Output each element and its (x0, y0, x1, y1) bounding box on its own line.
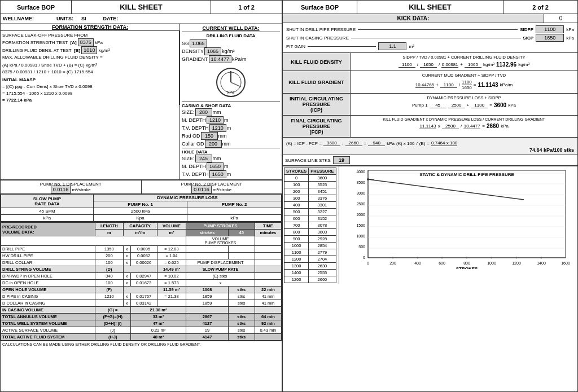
svg-text:2000: 2000 (356, 213, 365, 217)
kfd-current-unit: kg/m³ (483, 62, 494, 67)
kfg-formula-label: CURRENT MUD GRADIENT + SIDPP / TVD (353, 73, 575, 78)
k-k-label: (K) x 100 (396, 141, 414, 146)
maasp-result: = 7722.14 kPa (2, 97, 177, 104)
formation-title: FORMATION STRENGTH DATA: (1, 24, 179, 31)
kfg-mud-gradient: 10.44765 (415, 82, 434, 88)
sp-pressure-header: PRESSURE (309, 168, 336, 175)
pump1-cell: PUMP No. 1 DISPLACEMENT 0.0116 m³/stroke (1, 180, 142, 193)
k-kpa: 940 (368, 140, 385, 146)
sp-row: 7003078 (284, 222, 336, 229)
sp-row: 1003525 (284, 182, 336, 188)
svg-text:200: 200 (389, 261, 396, 265)
svg-text:1200: 1200 (512, 261, 521, 265)
sicp-unit: kPa (566, 36, 574, 41)
left-header: Surface BOP KILL SHEET 1 of 2 (1, 1, 282, 14)
maasp-label: INITIAL MAASP (2, 77, 177, 83)
fcp-cdg: 10.4477 (463, 124, 480, 129)
form-line2: FORMATION STRENGTH TEST [A] 8375 kPa (2, 39, 177, 47)
density-row: DENSITY 1065 kg/m³ (182, 47, 280, 55)
kill-fluid-density-section: KILL FLUID DENSITY SIDPP / TVD / 0.00981… (283, 53, 577, 71)
gradient-unit: kPa/m (232, 56, 247, 62)
pvd-total-active: TOTAL ACTIVE FLUID SYSTEM (I+J) 48 m³ 41… (1, 334, 282, 341)
pvd-col-time: TIME (255, 223, 281, 230)
k-e-label: (E) (419, 141, 426, 146)
svg-text:STROKES: STROKES (456, 266, 478, 269)
sg-val: 1.065 (190, 39, 207, 47)
maasp-calc1: = [(C) ppg - Curr Dens] x Shoe TVD x 0.0… (2, 83, 177, 90)
sp-row: 11002779 (284, 249, 336, 256)
pvd-header-row1: PRE-RECORDEDVOLUME DATA: LENGTH CAPACITY… (1, 223, 282, 230)
gauge-icon: kPa (214, 65, 248, 99)
svg-text:4000: 4000 (356, 170, 365, 174)
gradient-label: GRADIENT (182, 56, 208, 62)
fcp-content: KILL FLUID GRADIENT x DYNAMIC PRESSURE L… (351, 116, 577, 137)
units-label: UNITS: (56, 16, 73, 21)
hole-tvdepth-row: T.V. DEPTH 1650 m (182, 170, 280, 178)
sicp-abbr: SICP (523, 36, 534, 41)
icp-section: INITIAL CIRCULATINGPRESSURE(ICP) DYNAMIC… (283, 94, 577, 116)
pvd-table: PRE-RECORDEDVOLUME DATA: LENGTH CAPACITY… (1, 222, 282, 341)
sp-row: 6003152 (284, 215, 336, 222)
svg-text:1400: 1400 (537, 261, 546, 265)
icp-result: 3600 (494, 102, 506, 108)
icp-formula-row: Pump 1 45 2500 + 1100 = 3600 kPa (353, 102, 575, 108)
gauge-area: kPa (182, 65, 280, 99)
sidpp-line (358, 29, 518, 30)
sp-table: STROKES PRESSURE 03600100352520034513003… (284, 168, 336, 283)
units-val: SI (81, 16, 86, 21)
kfg-sidpp: 1100 (440, 82, 457, 88)
kick-title: KICK DATA: (283, 14, 544, 23)
sp-row2: kPa Kpa kPa (1, 215, 282, 222)
svg-text:1000: 1000 (487, 261, 496, 265)
kfd-result-unit: kg/m³ (518, 62, 529, 67)
pvd-dc-casing: D COLLAR in CASING x 0.03142 1859 stks 4… (1, 300, 282, 307)
kfd-factor: 0.00981 (441, 62, 458, 68)
pvd-hw-drill-pipe: HW DRILL PIPE 200 x 0.0052 = 1.04 (1, 253, 282, 259)
right-header: Surface BOP KILL SHEET 2 of 2 (283, 1, 577, 14)
surface-line-label: SURFACE LINE STKS (285, 158, 331, 163)
svg-text:3500: 3500 (356, 180, 365, 184)
k-result: 74.64 (529, 147, 542, 153)
slow-pump-table: SLOW PUMPRATE DATA DYNAMIC PRESSURE LOSS… (1, 194, 282, 222)
right-page: 2 of 2 (503, 2, 577, 13)
maasp-calc2: = 1715.554 - 1065 x 1210 x 0.0098 (2, 90, 177, 97)
sp-header: STROKES PRESSURE (284, 168, 336, 175)
pvd-dp-open-hole: DP/HWDP in OPEN HOLE 340 x 0.02947 = 10.… (1, 273, 282, 280)
chart-panel: STATIC & DYNAMIC DRILL PIPE PRESSURE 0 5… (339, 166, 577, 284)
pvd-drill-collar: DRILL COLLAR 100 x 0.00626 = 0.625 PUMP … (1, 259, 282, 266)
icp-dpl2: 2500 (448, 103, 465, 108)
svg-text:600: 600 (439, 261, 445, 265)
k-formula-row: (K) = ICP - FCP = 3600 - 2660 = 940 kPa … (286, 140, 574, 146)
icp-dpl: 45 (430, 103, 446, 108)
p2-col-header: PUMP No. 2 (187, 201, 282, 208)
pump2-unit: m³/stroke (213, 187, 231, 192)
chart-title: STATIC & DYNAMIC DRILL PIPE PRESSURE (419, 172, 514, 177)
bottom-right: STROKES PRESSURE 03600100352520034513003… (283, 166, 577, 284)
kfd-formula-row: 1100 / 1650 / 0.00981 + 1065 kg/m³ 1132.… (353, 61, 575, 68)
left-title: Surface BOP (1, 2, 71, 13)
icp-sidpp: 1100 (471, 103, 488, 108)
sp-tbody: 0360010035252003451300337640033015003227… (284, 175, 336, 283)
p1-col-header: PUMP No. 1 (93, 201, 187, 208)
pvd-total-well: TOTAL WELL SYSTEM VOLUME (D+H)=(I) 47 m³… (1, 320, 282, 327)
fcp-dpl: 2500 (442, 124, 459, 129)
sp-row: 13002630 (284, 263, 336, 270)
svg-point-44 (367, 178, 369, 180)
icp-content: DYNAMIC PRESSURE LOSS + SIDPP Pump 1 45 … (351, 94, 577, 115)
pit-gain-val: 1.1 (378, 42, 406, 50)
right-kill-sheet: KILL SHEET (357, 1, 503, 14)
right-title: Surface BOP (283, 2, 357, 13)
pvd-col-length: LENGTH (95, 223, 123, 230)
fcp-result: 2660 (487, 123, 499, 129)
density-val: 1065 (204, 47, 221, 55)
wellname-row: WELLNAME: UNITS: SI DATE: (1, 14, 282, 24)
current-well-data: CURRENT WELL DATA: DRILLING FLUID DATA S… (180, 24, 282, 179)
svg-text:800: 800 (463, 261, 470, 265)
shut-in-section: SHUT IN DRILL PIPE PRESSURE SIDPP 1100 k… (283, 23, 577, 53)
pump1-label: PUMP No. 1 DISPLACEMENT (3, 182, 139, 187)
dpl-title: DYNAMIC PRESSURE LOSS (93, 195, 281, 201)
icp-formula-label: DYNAMIC PRESSURE LOSS + SIDPP (353, 95, 575, 100)
kfd-sidpp: 1100 (399, 62, 415, 68)
pump1-val: 0.0116 (51, 186, 71, 193)
k-result-row: 74.64 kPa/100 stks (286, 147, 574, 153)
